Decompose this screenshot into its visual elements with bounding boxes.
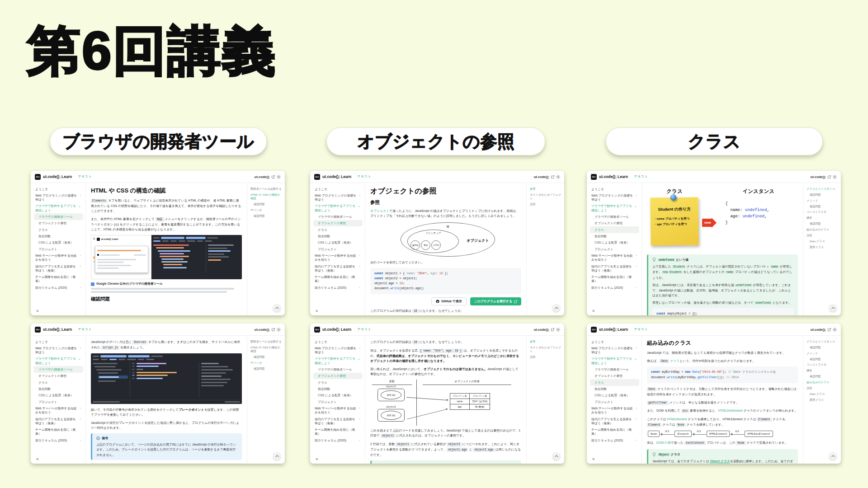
toc-item[interactable]: 参照	[530, 187, 562, 191]
sidebar-item[interactable]: クラス	[590, 226, 639, 233]
sidebar-item[interactable]: CSS による配置（発展）	[34, 239, 83, 246]
toc-item[interactable]: 確認問題	[250, 367, 283, 371]
sidebar-item[interactable]: ブラウザの開発者ツール	[590, 366, 639, 372]
theme-toggle-sun-icon[interactable]	[833, 328, 837, 332]
toc-item[interactable]: 参照	[530, 340, 562, 343]
toc-item[interactable]: ネストされたオブジェクト	[530, 193, 562, 201]
sidebar-item[interactable]: クラス	[34, 226, 83, 233]
run-program-button[interactable]: このプログラムを実行する	[470, 297, 521, 305]
sidebar-item[interactable]: ブラウザで動作するアプリを構築しよう⌄	[313, 356, 363, 366]
toc-item[interactable]: 開発者ツールを起動する	[250, 340, 283, 343]
sidebar-item[interactable]: ブラウザで動作するアプリを構築しよう⌄	[590, 356, 639, 366]
sidebar-item[interactable]: ようこそ	[590, 186, 639, 192]
sidebar-item[interactable]: CSS による配置（発展）	[313, 392, 363, 399]
sidebar-item[interactable]: 現代のアプリを支える技術を学ぼう（発展）›	[313, 263, 363, 274]
toc-item[interactable]: 確認問題	[807, 346, 839, 349]
toc-item[interactable]: 演習	[530, 202, 562, 206]
utcode-site-link[interactable]: ut.code();	[255, 175, 270, 179]
toc-item[interactable]: クラスとインスタンス	[807, 340, 839, 343]
theme-toggle-sun-icon[interactable]	[556, 328, 560, 332]
toc-item[interactable]: 継承	[807, 216, 839, 220]
sidebar-collapse-button[interactable]: «	[316, 456, 318, 461]
sidebar-collapse-button[interactable]: «	[592, 308, 595, 313]
sidebar-item[interactable]: プロジェクト	[313, 246, 363, 252]
sidebar-item[interactable]: Web プログラミングの基礎を学ぼう›	[313, 345, 363, 356]
sidebar-item[interactable]: ブラウザの開発者ツール	[313, 366, 363, 372]
toc-item[interactable]: 確認問題	[807, 193, 839, 197]
toc-item[interactable]: デバッガ	[250, 361, 283, 365]
sidebar-item[interactable]: 無名関数	[313, 233, 363, 239]
toc-item[interactable]: 継承	[807, 369, 839, 372]
sidebar-item[interactable]: 現代のアプリを支える技術を学ぼう（発展）›	[34, 416, 83, 427]
utcode-logo[interactable]: ut.c	[314, 174, 320, 180]
sidebar-item[interactable]: 現代のアプリを支える技術を学ぼう（発展）›	[590, 263, 639, 274]
sidebar-item[interactable]: CSS による配置（発展）	[590, 239, 639, 246]
sidebar-item[interactable]: 無名関数	[590, 233, 639, 239]
utcode-logo[interactable]: ut.c	[35, 327, 41, 333]
toc-item[interactable]: 演習	[807, 234, 839, 237]
sidebar-item[interactable]: クラス	[34, 379, 83, 385]
sidebar-item[interactable]: ブラウザで動作するアプリを構築しよう⌄	[34, 203, 83, 214]
sidebar-item[interactable]: ブラウザで動作するアプリを構築しよう⌄	[590, 203, 639, 214]
toc-item[interactable]: 確認問題	[250, 355, 283, 359]
brand-link[interactable]: ut.code(); Learn	[599, 327, 628, 332]
toc-item[interactable]: 確認問題	[807, 205, 839, 208]
toc-item[interactable]: 確認問題	[250, 214, 283, 218]
sidebar-item[interactable]: ようこそ	[313, 186, 363, 192]
sidebar-item[interactable]: ようこそ	[590, 338, 639, 345]
scroll-top-button[interactable]	[829, 452, 837, 460]
brand-link[interactable]: ut.code(); Learn	[43, 327, 72, 332]
theme-toggle-sun-icon[interactable]	[277, 175, 281, 179]
theme-toggle-sun-icon[interactable]	[277, 328, 281, 332]
nav-text-link[interactable]: テキスト	[78, 327, 92, 332]
sidebar-item[interactable]: Web サーバーが動作する仕組みを知ろう›	[313, 253, 363, 263]
utcode-site-link[interactable]: ut.code();	[534, 328, 549, 332]
nav-text-link[interactable]: テキスト	[357, 327, 371, 332]
sidebar-item[interactable]: チーム開発を始める前に（発展）	[590, 427, 639, 437]
toc-item[interactable]: 確認問題	[250, 202, 283, 206]
toc-item[interactable]: メソッド	[807, 352, 839, 355]
toc-item[interactable]: 確認問題	[807, 222, 839, 225]
utcode-site-link[interactable]: ut.code();	[534, 175, 549, 179]
sidebar-item[interactable]: Web プログラミングの基礎を学ぼう›	[34, 345, 83, 356]
brand-link[interactable]: ut.code(); Learn	[599, 174, 628, 179]
sidebar-item[interactable]: オブジェクトの参照	[34, 373, 83, 379]
sidebar-item[interactable]: Web サーバーが動作する仕組みを知ろう›	[313, 405, 363, 416]
sidebar-item[interactable]: ブラウザの開発者ツール	[34, 213, 83, 220]
sidebar-item[interactable]: 旧カリキュラム (2020)›	[34, 284, 83, 291]
sidebar-item[interactable]: 無名関数	[34, 386, 83, 392]
toc-item[interactable]: クラスとインスタンス	[807, 187, 839, 191]
toc-item[interactable]: 確認問題	[807, 375, 839, 378]
utcode-site-link[interactable]: ut.code();	[255, 328, 270, 332]
utcode-logo[interactable]: ut.c	[35, 174, 41, 180]
sidebar-item[interactable]: CSS による配置（発展）	[313, 239, 363, 246]
scroll-top-button[interactable]	[552, 452, 560, 460]
sidebar-item[interactable]: ブラウザの開発者ツール	[34, 366, 83, 372]
github-button[interactable]: GitHub で表示	[431, 297, 467, 305]
utcode-logo[interactable]: ut.c	[591, 327, 597, 333]
utcode-logo[interactable]: ut.c	[314, 327, 320, 333]
sidebar-item[interactable]: 無名関数	[34, 233, 83, 239]
sidebar-item[interactable]: 旧カリキュラム (2020)›	[313, 437, 363, 444]
sidebar-item[interactable]: CSS による配置（発展）	[590, 392, 639, 399]
sidebar-item[interactable]: ブラウザで動作するアプリを構築しよう⌄	[34, 356, 83, 366]
sidebar-item[interactable]: Web サーバーが動作する仕組みを知ろう›	[34, 405, 83, 416]
sidebar-item[interactable]: チーム開発を始める前に（発展）	[590, 274, 639, 285]
theme-toggle-sun-icon[interactable]	[556, 175, 560, 179]
utcode-site-link[interactable]: ut.code();	[811, 175, 826, 179]
sidebar-item[interactable]: ようこそ	[313, 338, 363, 345]
sidebar-item[interactable]: Web プログラミングの基礎を学ぼう›	[590, 345, 639, 356]
sidebar-collapse-button[interactable]: «	[316, 308, 318, 313]
sidebar-item[interactable]: 現代のアプリを支える技術を学ぼう（発展）›	[34, 263, 83, 274]
nav-text-link[interactable]: テキスト	[634, 174, 648, 179]
sidebar-item[interactable]: オブジェクトの参照	[590, 220, 639, 226]
sidebar-item[interactable]: クラス	[590, 379, 639, 385]
sidebar-item[interactable]: Web サーバーが動作する仕組みを知ろう›	[590, 253, 639, 263]
sidebar-item[interactable]: チーム開発を始める前に（発展）	[313, 274, 363, 285]
sidebar-item[interactable]: 旧カリキュラム (2020)›	[34, 437, 83, 444]
toc-item[interactable]: 組み込みのクラス	[807, 228, 839, 231]
sidebar-item[interactable]: ブラウザの開発者ツール	[590, 213, 639, 220]
brand-link[interactable]: ut.code(); Learn	[322, 327, 351, 332]
sidebar-item[interactable]: 旧カリキュラム (2020)›	[590, 284, 639, 291]
sidebar-item[interactable]: 無名関数	[313, 386, 363, 392]
